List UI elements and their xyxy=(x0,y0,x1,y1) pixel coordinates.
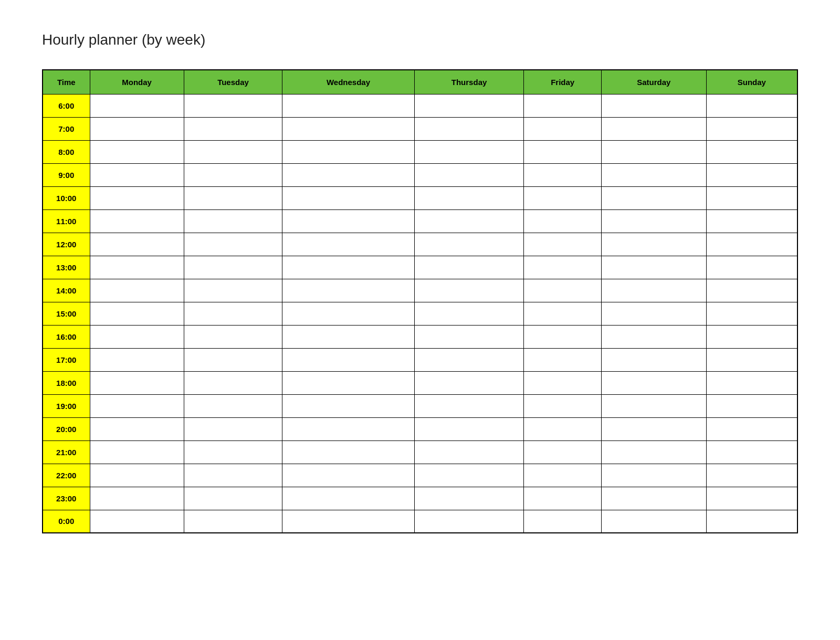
day-cell[interactable] xyxy=(601,440,706,464)
day-cell[interactable] xyxy=(282,163,414,186)
day-cell[interactable] xyxy=(90,233,184,256)
day-cell[interactable] xyxy=(90,256,184,279)
day-cell[interactable] xyxy=(524,94,601,117)
day-cell[interactable] xyxy=(706,302,797,325)
day-cell[interactable] xyxy=(524,279,601,302)
day-cell[interactable] xyxy=(90,464,184,487)
day-cell[interactable] xyxy=(706,464,797,487)
day-cell[interactable] xyxy=(524,487,601,510)
day-cell[interactable] xyxy=(90,94,184,117)
day-cell[interactable] xyxy=(414,279,524,302)
day-cell[interactable] xyxy=(524,440,601,464)
day-cell[interactable] xyxy=(414,233,524,256)
day-cell[interactable] xyxy=(414,94,524,117)
day-cell[interactable] xyxy=(282,140,414,163)
day-cell[interactable] xyxy=(601,140,706,163)
day-cell[interactable] xyxy=(601,279,706,302)
day-cell[interactable] xyxy=(601,117,706,140)
day-cell[interactable] xyxy=(414,140,524,163)
day-cell[interactable] xyxy=(524,371,601,394)
day-cell[interactable] xyxy=(282,256,414,279)
day-cell[interactable] xyxy=(414,117,524,140)
day-cell[interactable] xyxy=(706,140,797,163)
day-cell[interactable] xyxy=(282,417,414,440)
day-cell[interactable] xyxy=(184,140,282,163)
day-cell[interactable] xyxy=(601,186,706,209)
day-cell[interactable] xyxy=(414,440,524,464)
day-cell[interactable] xyxy=(601,256,706,279)
day-cell[interactable] xyxy=(524,117,601,140)
day-cell[interactable] xyxy=(601,510,706,533)
day-cell[interactable] xyxy=(184,209,282,233)
day-cell[interactable] xyxy=(184,325,282,348)
day-cell[interactable] xyxy=(282,464,414,487)
day-cell[interactable] xyxy=(706,256,797,279)
day-cell[interactable] xyxy=(601,394,706,417)
day-cell[interactable] xyxy=(524,394,601,417)
day-cell[interactable] xyxy=(282,325,414,348)
day-cell[interactable] xyxy=(184,417,282,440)
day-cell[interactable] xyxy=(90,440,184,464)
day-cell[interactable] xyxy=(90,510,184,533)
day-cell[interactable] xyxy=(90,209,184,233)
day-cell[interactable] xyxy=(601,464,706,487)
day-cell[interactable] xyxy=(601,487,706,510)
day-cell[interactable] xyxy=(282,94,414,117)
day-cell[interactable] xyxy=(414,417,524,440)
day-cell[interactable] xyxy=(706,348,797,371)
day-cell[interactable] xyxy=(601,302,706,325)
day-cell[interactable] xyxy=(706,186,797,209)
day-cell[interactable] xyxy=(282,371,414,394)
day-cell[interactable] xyxy=(414,464,524,487)
day-cell[interactable] xyxy=(601,94,706,117)
day-cell[interactable] xyxy=(282,487,414,510)
day-cell[interactable] xyxy=(184,163,282,186)
day-cell[interactable] xyxy=(524,302,601,325)
day-cell[interactable] xyxy=(184,440,282,464)
day-cell[interactable] xyxy=(524,140,601,163)
day-cell[interactable] xyxy=(706,94,797,117)
day-cell[interactable] xyxy=(524,186,601,209)
day-cell[interactable] xyxy=(90,348,184,371)
day-cell[interactable] xyxy=(414,209,524,233)
day-cell[interactable] xyxy=(90,394,184,417)
day-cell[interactable] xyxy=(90,325,184,348)
day-cell[interactable] xyxy=(282,186,414,209)
day-cell[interactable] xyxy=(601,209,706,233)
day-cell[interactable] xyxy=(184,510,282,533)
day-cell[interactable] xyxy=(524,256,601,279)
day-cell[interactable] xyxy=(601,417,706,440)
day-cell[interactable] xyxy=(90,487,184,510)
day-cell[interactable] xyxy=(282,348,414,371)
day-cell[interactable] xyxy=(706,440,797,464)
day-cell[interactable] xyxy=(282,394,414,417)
day-cell[interactable] xyxy=(282,302,414,325)
day-cell[interactable] xyxy=(706,487,797,510)
day-cell[interactable] xyxy=(184,279,282,302)
day-cell[interactable] xyxy=(524,510,601,533)
day-cell[interactable] xyxy=(706,209,797,233)
day-cell[interactable] xyxy=(706,279,797,302)
day-cell[interactable] xyxy=(414,302,524,325)
day-cell[interactable] xyxy=(524,163,601,186)
day-cell[interactable] xyxy=(601,348,706,371)
day-cell[interactable] xyxy=(706,510,797,533)
day-cell[interactable] xyxy=(90,163,184,186)
day-cell[interactable] xyxy=(90,417,184,440)
day-cell[interactable] xyxy=(414,348,524,371)
day-cell[interactable] xyxy=(282,279,414,302)
day-cell[interactable] xyxy=(90,371,184,394)
day-cell[interactable] xyxy=(282,510,414,533)
day-cell[interactable] xyxy=(414,186,524,209)
day-cell[interactable] xyxy=(524,233,601,256)
day-cell[interactable] xyxy=(524,464,601,487)
day-cell[interactable] xyxy=(90,302,184,325)
day-cell[interactable] xyxy=(90,186,184,209)
day-cell[interactable] xyxy=(414,487,524,510)
day-cell[interactable] xyxy=(90,117,184,140)
day-cell[interactable] xyxy=(282,117,414,140)
day-cell[interactable] xyxy=(184,302,282,325)
day-cell[interactable] xyxy=(414,510,524,533)
day-cell[interactable] xyxy=(601,163,706,186)
day-cell[interactable] xyxy=(524,209,601,233)
